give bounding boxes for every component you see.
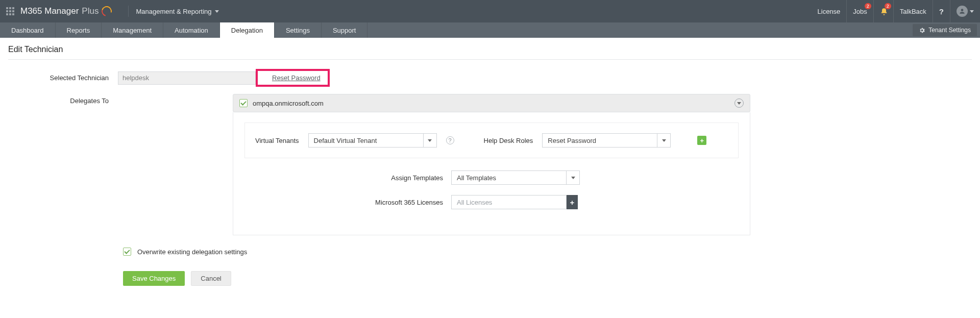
tab-support[interactable]: Support — [322, 22, 368, 38]
tab-label: Dashboard — [11, 27, 44, 34]
chevron-down-icon — [571, 177, 575, 179]
reset-password-highlight: Reset Password — [256, 69, 330, 87]
user-menu[interactable] — [950, 0, 980, 22]
delegates-to-row: Delegates To ompqa.onmicrosoft.com Virtu… — [8, 94, 972, 235]
assign-templates-row: Assign Templates All Templates — [244, 170, 739, 185]
dropdown-toggle[interactable] — [424, 133, 437, 148]
context-dropdown[interactable]: Management & Reporting — [136, 8, 218, 15]
helpdesk-roles-select[interactable]: Reset Password — [542, 133, 671, 148]
notifications-button[interactable]: 2 — [873, 0, 893, 22]
brand-logo[interactable]: M365 Manager Plus — [20, 6, 121, 16]
user-avatar-icon — [957, 6, 968, 17]
header-right: License Jobs 2 2 TalkBack ? — [812, 0, 980, 22]
overwrite-label: Overwrite existing delegation settings — [137, 248, 247, 256]
overwrite-checkbox[interactable] — [123, 248, 131, 256]
global-header: M365 Manager Plus Management & Reporting… — [0, 0, 980, 22]
tenant-settings-button[interactable]: Tenant Settings — [913, 24, 977, 36]
selected-technician-input — [118, 71, 256, 85]
tab-label: Support — [333, 27, 356, 34]
help-icon[interactable]: ? — [446, 136, 454, 144]
collapse-toggle[interactable] — [734, 99, 744, 108]
save-button[interactable]: Save Changes — [123, 271, 185, 286]
helpdesk-roles-value: Reset Password — [542, 133, 657, 148]
talkback-link[interactable]: TalkBack — [893, 0, 933, 22]
apps-grid-icon[interactable] — [0, 7, 20, 15]
talkback-label: TalkBack — [900, 8, 926, 15]
selected-technician-row: Selected Technician Reset Password — [8, 69, 972, 87]
chevron-down-icon — [970, 10, 974, 13]
delegates-panel: ompqa.onmicrosoft.com Virtual Tenants De… — [233, 94, 750, 235]
license-link[interactable]: License — [812, 0, 847, 22]
tab-management[interactable]: Management — [102, 22, 163, 38]
tab-automation[interactable]: Automation — [163, 22, 220, 38]
tab-settings[interactable]: Settings — [275, 22, 322, 38]
chevron-down-icon — [215, 10, 219, 13]
tab-label: Reports — [67, 27, 90, 34]
divider — [8, 59, 972, 60]
tenant-body: Virtual Tenants Default Virtual Tenant ?… — [233, 112, 750, 235]
context-label: Management & Reporting — [136, 8, 211, 15]
tenant-header[interactable]: ompqa.onmicrosoft.com — [233, 94, 750, 112]
tab-delegation[interactable]: Delegation — [220, 22, 275, 38]
licenses-label: Microsoft 365 Licenses — [244, 199, 451, 206]
tenant-name: ompqa.onmicrosoft.com — [253, 100, 324, 107]
virtual-tenant-card: Virtual Tenants Default Virtual Tenant ?… — [244, 123, 739, 158]
dropdown-toggle[interactable] — [657, 133, 671, 148]
licenses-select[interactable]: All Licenses + — [451, 195, 578, 209]
tab-label: Automation — [175, 27, 208, 34]
tab-label: Management — [113, 27, 152, 34]
licenses-placeholder: All Licenses — [451, 195, 567, 209]
jobs-label: Jobs — [853, 8, 867, 15]
virtual-tenants-value: Default Virtual Tenant — [308, 133, 424, 148]
divider — [128, 6, 129, 17]
licenses-row: Microsoft 365 Licenses All Licenses + — [244, 195, 739, 209]
tenant-settings-label: Tenant Settings — [928, 27, 971, 34]
help-icon: ? — [939, 7, 944, 16]
cancel-button[interactable]: Cancel — [191, 271, 231, 286]
selected-technician-label: Selected Technician — [8, 74, 118, 82]
chevron-down-icon — [737, 102, 741, 105]
assign-templates-value: All Templates — [451, 170, 567, 185]
dropdown-toggle[interactable] — [567, 170, 580, 185]
page-title: Edit Technician — [8, 43, 972, 59]
help-link[interactable]: ? — [933, 0, 950, 22]
tab-reports[interactable]: Reports — [56, 22, 102, 38]
tab-label: Delegation — [231, 27, 263, 34]
brand-primary: M365 Manager — [20, 6, 79, 16]
gear-icon — [919, 27, 925, 34]
tenant-checkbox[interactable] — [239, 99, 248, 107]
form-actions: Save Changes Cancel — [123, 271, 972, 286]
virtual-tenants-select[interactable]: Default Virtual Tenant — [308, 133, 437, 148]
jobs-link[interactable]: Jobs 2 — [846, 0, 873, 22]
chevron-down-icon — [662, 139, 666, 142]
add-role-button[interactable]: + — [697, 136, 706, 145]
jobs-badge: 2 — [865, 3, 871, 9]
assign-templates-select[interactable]: All Templates — [451, 170, 580, 185]
notif-badge: 2 — [885, 3, 891, 9]
overwrite-row: Overwrite existing delegation settings — [123, 248, 972, 256]
tab-dashboard[interactable]: Dashboard — [0, 22, 56, 38]
tab-label: Settings — [286, 27, 310, 34]
virtual-tenants-label: Virtual Tenants — [255, 137, 299, 144]
license-label: License — [818, 8, 841, 15]
reset-password-link[interactable]: Reset Password — [265, 71, 328, 85]
brand-secondary: Plus — [82, 6, 99, 16]
chevron-down-icon — [428, 139, 432, 142]
page-content: Edit Technician Selected Technician Rese… — [0, 38, 980, 306]
add-license-button[interactable]: + — [567, 195, 578, 209]
delegates-to-label: Delegates To — [8, 94, 118, 105]
helpdesk-roles-label: Help Desk Roles — [484, 137, 533, 144]
main-nav: Dashboard Reports Management Automation … — [0, 22, 980, 38]
brand-swirl-icon — [100, 4, 114, 18]
assign-templates-label: Assign Templates — [244, 174, 451, 182]
